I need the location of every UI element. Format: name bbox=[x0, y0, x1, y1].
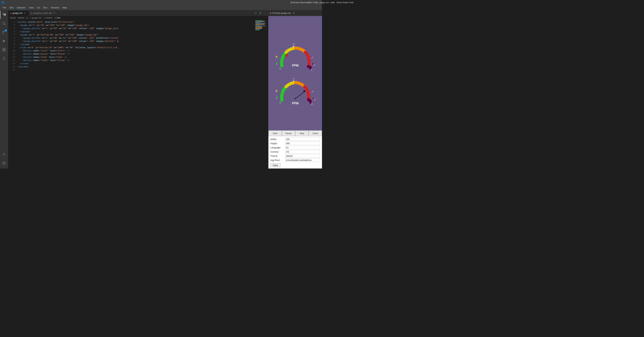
menu-edit[interactable]: Edit bbox=[8, 6, 14, 10]
code-line-12: <button name="stop" text="Stop" /> bbox=[16, 56, 255, 59]
tab-close-guage[interactable]: ✕ bbox=[24, 12, 26, 14]
menu-file[interactable]: File bbox=[1, 6, 8, 10]
breadcrumb-default[interactable]: default bbox=[18, 17, 24, 19]
svg-point-40 bbox=[293, 80, 294, 82]
svg-text:15: 15 bbox=[292, 43, 294, 45]
preview-close-button[interactable]: ✕ bbox=[292, 11, 296, 14]
tab-label-guage: guage.xml bbox=[12, 12, 22, 14]
svg-point-21 bbox=[280, 68, 281, 69]
code-line-4: </guage> bbox=[16, 30, 255, 33]
width-row: Width: bbox=[270, 138, 320, 141]
svg-point-43 bbox=[310, 103, 311, 104]
country-row: Country: bbox=[270, 150, 320, 154]
tab-close-progress[interactable]: ✕ bbox=[53, 12, 56, 14]
breadcrumb-ui[interactable]: ui bbox=[26, 17, 28, 19]
menu-help[interactable]: Help bbox=[61, 6, 68, 10]
breadcrumb-design[interactable]: design bbox=[10, 17, 16, 19]
activity-settings[interactable] bbox=[0, 159, 8, 167]
language-row: Language: bbox=[270, 146, 320, 149]
code-line-16 bbox=[16, 68, 255, 72]
breadcrumb-window[interactable]: ⬡ window bbox=[43, 17, 52, 19]
menu-selection[interactable]: Selection bbox=[15, 6, 27, 10]
source-control-badge: 3 bbox=[5, 29, 7, 32]
menu-go[interactable]: Go bbox=[36, 6, 41, 10]
breadcrumb-guage-xml[interactable]: ⬡ guage.xml bbox=[30, 17, 41, 19]
approot-input[interactable] bbox=[285, 158, 320, 162]
svg-rect-8 bbox=[2, 48, 4, 50]
vscode-logo-icon bbox=[1, 1, 4, 4]
svg-point-27 bbox=[310, 69, 311, 70]
close-button[interactable]: Close bbox=[308, 130, 322, 136]
svg-point-13 bbox=[4, 162, 4, 164]
activity-accounts[interactable] bbox=[0, 150, 8, 158]
svg-point-23 bbox=[276, 56, 277, 57]
activity-extensions[interactable] bbox=[0, 46, 8, 54]
activity-run-debug[interactable] bbox=[0, 37, 8, 45]
svg-text:PPM: PPM bbox=[292, 64, 298, 67]
code-line-2: <guage x="c" y="10" w="240" h="240" imag… bbox=[16, 24, 255, 27]
code-line-5: <guage x="c" y="bottom:60" w="240" h="24… bbox=[16, 33, 255, 36]
code-line-13: <button name="close" text="Close" /> bbox=[16, 59, 255, 62]
svg-point-46 bbox=[294, 98, 296, 99]
preview-tab-title: ◈ Preview guage.xml ✕ bbox=[270, 11, 296, 14]
country-input[interactable] bbox=[285, 150, 320, 154]
more-actions-button[interactable]: ··· bbox=[263, 11, 267, 15]
menu-view[interactable]: View bbox=[28, 6, 35, 10]
code-line-8: </guage> bbox=[16, 43, 255, 46]
height-input[interactable] bbox=[285, 142, 320, 145]
menu-terminal[interactable]: Terminal bbox=[50, 6, 60, 10]
tab-progress-circle-xml[interactable]: ◈ progress_circle.xml ✕ bbox=[29, 10, 58, 16]
language-label: Language: bbox=[270, 146, 284, 149]
pause-button[interactable]: Pause bbox=[282, 130, 295, 136]
properties-area: Width: Height: Language: Country: Theme:… bbox=[268, 136, 322, 168]
activity-bottom bbox=[0, 150, 8, 168]
activity-testing[interactable] bbox=[0, 54, 8, 62]
activity-explorer[interactable] bbox=[0, 11, 8, 19]
tabs-actions: ⇌ ⊟ ··· bbox=[252, 10, 268, 16]
tab-guage-xml[interactable]: ◈ guage.xml ✕ bbox=[8, 10, 29, 16]
line-numbers: 12345 678910 1112131415 16 bbox=[8, 20, 16, 168]
activity-bar: 3 bbox=[0, 10, 8, 168]
language-input[interactable] bbox=[285, 146, 320, 149]
svg-text:PPM: PPM bbox=[292, 102, 298, 105]
code-editor[interactable]: 12345 678910 1112131415 16 <window style… bbox=[8, 20, 268, 168]
svg-point-41 bbox=[310, 90, 312, 91]
theme-label: Theme: bbox=[270, 155, 284, 157]
theme-input[interactable] bbox=[285, 154, 320, 158]
preview-panel: ◈ Preview guage.xml ✕ ··· bbox=[268, 10, 322, 168]
preview-file-icon: ◈ bbox=[270, 12, 272, 14]
code-line-11: <button name="pause" text="Pause" /> bbox=[16, 52, 255, 56]
breadcrumb-view[interactable]: ⬡ view bbox=[54, 17, 60, 19]
apply-button[interactable]: Apply bbox=[270, 163, 280, 167]
theme-row: Theme: bbox=[270, 154, 320, 158]
svg-line-44 bbox=[295, 92, 304, 98]
code-line-14: </view> bbox=[16, 62, 255, 65]
svg-marker-7 bbox=[3, 40, 6, 42]
title-bar-left bbox=[1, 1, 4, 4]
activity-source-control[interactable]: 3 bbox=[0, 28, 8, 36]
minimap bbox=[255, 20, 268, 168]
country-label: Country: bbox=[270, 150, 284, 153]
width-label: Width: bbox=[270, 138, 284, 140]
svg-point-38 bbox=[276, 96, 278, 98]
code-line-3: <guage_pointer x="c" y="50" w="24" h="14… bbox=[16, 27, 255, 30]
svg-point-2 bbox=[3, 33, 4, 34]
code-content[interactable]: <window style="dark" anim_hint="htransla… bbox=[16, 20, 255, 168]
preview-more-button[interactable]: ··· bbox=[319, 12, 321, 14]
window-title: [Extension Development Host] - guage.xml… bbox=[290, 1, 322, 4]
svg-point-26 bbox=[312, 63, 314, 65]
svg-point-12 bbox=[3, 153, 4, 154]
menu-run[interactable]: Run bbox=[42, 6, 49, 10]
editor-area: ◈ guage.xml ✕ ◈ progress_circle.xml ✕ ⇌ … bbox=[8, 10, 268, 168]
start-button[interactable]: Start bbox=[268, 130, 282, 136]
breadcrumb: design › default › ui › ⬡ guage.xml › ⬡ … bbox=[8, 16, 268, 20]
stop-button[interactable]: Stop bbox=[295, 130, 309, 136]
svg-point-0 bbox=[3, 22, 5, 24]
code-line-1: <window style="dark" anim_hint="htransla… bbox=[16, 20, 255, 24]
approot-row: App Root: bbox=[270, 158, 320, 162]
toggle-layout-button[interactable]: ⊟ bbox=[258, 11, 262, 15]
width-input[interactable] bbox=[285, 138, 320, 141]
activity-search[interactable] bbox=[0, 20, 8, 28]
split-editor-button[interactable]: ⇌ bbox=[254, 11, 258, 15]
code-line-10: <button name="start" text="Start" /> bbox=[16, 49, 255, 52]
